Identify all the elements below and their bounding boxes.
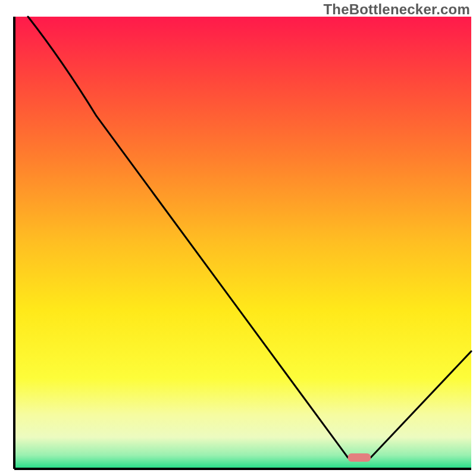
bottleneck-chart — [0, 0, 476, 476]
watermark-label: TheBottlenecker.com — [323, 1, 470, 18]
plot-background — [14, 17, 471, 469]
chart-container: TheBottlenecker.com — [0, 0, 476, 476]
optimal-marker — [348, 453, 371, 462]
